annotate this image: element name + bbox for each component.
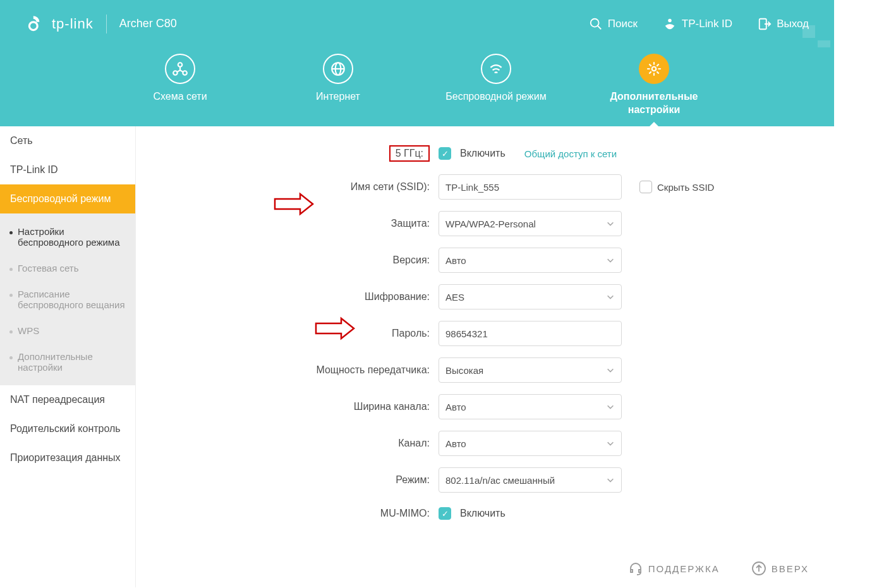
support-label: ПОДДЕРЖКА: [648, 563, 720, 574]
share-network-link[interactable]: Общий доступ к сети: [524, 148, 617, 159]
tab-network-map[interactable]: Схема сети: [126, 47, 234, 104]
mumimo-text: Включить: [460, 508, 506, 519]
sidebar-sub-wps[interactable]: WPS: [0, 318, 135, 344]
globe-icon: [330, 61, 346, 77]
search-button[interactable]: Поиск: [589, 17, 638, 31]
tplink-id-label: TP-Link ID: [682, 18, 732, 30]
chevron-down-icon: [606, 366, 615, 375]
svg-point-3: [668, 18, 672, 22]
annotation-arrow-ssid: [272, 191, 316, 219]
svg-point-0: [29, 21, 37, 30]
mode-label: Режим:: [227, 474, 430, 486]
svg-line-2: [597, 25, 601, 29]
encryption-label: Шифрование:: [227, 291, 430, 303]
mumimo-label: MU-MIMO:: [227, 508, 430, 519]
tab-label: Дополнительные настройки: [600, 90, 708, 117]
chevron-down-icon: [606, 402, 615, 411]
top-button[interactable]: ВВЕРХ: [751, 561, 809, 576]
txpower-select[interactable]: Высокая: [439, 357, 622, 383]
tab-internet[interactable]: Интернет: [284, 47, 392, 104]
chevron-down-icon: [606, 476, 615, 484]
tplink-id-button[interactable]: TP-Link ID: [663, 17, 732, 31]
sidebar-item-wireless[interactable]: Беспроводной режим: [0, 184, 135, 213]
channel-value: Авто: [445, 438, 466, 449]
tab-wireless[interactable]: Беспроводной режим: [442, 47, 550, 104]
tplink-logo-icon: [25, 14, 45, 34]
sidebar-item-nat[interactable]: NAT переадресация: [0, 385, 135, 414]
search-label: Поиск: [608, 18, 638, 30]
sidebar-sub-guest[interactable]: Гостевая сеть: [0, 255, 135, 281]
support-button[interactable]: ПОДДЕРЖКА: [628, 561, 720, 576]
search-icon: [589, 17, 603, 31]
headset-icon: [628, 561, 643, 576]
hide-ssid-checkbox[interactable]: [639, 181, 652, 193]
version-label: Версия:: [227, 255, 430, 266]
security-value: WPA/WPA2-Personal: [445, 219, 536, 229]
footer: ПОДДЕРЖКА ВВЕРХ: [628, 561, 809, 576]
tab-label: Интернет: [316, 90, 360, 104]
txpower-value: Высокая: [445, 365, 483, 376]
sidebar-sub-schedule[interactable]: Расписание беспроводного вещания: [0, 281, 135, 318]
chevron-down-icon: [606, 256, 615, 265]
security-label: Защита:: [227, 218, 430, 229]
svg-point-11: [652, 67, 657, 71]
version-value: Авто: [445, 255, 466, 266]
password-input[interactable]: [439, 321, 622, 346]
user-icon: [663, 17, 677, 31]
hide-ssid-label: Скрыть SSID: [657, 182, 714, 193]
svg-point-1: [590, 18, 598, 27]
enable-label: Включить: [460, 148, 506, 159]
header: tp-link Archer C80 Поиск TP-Link ID Выхо…: [0, 0, 834, 47]
body: Сеть TP-Link ID Беспроводной режим Настр…: [0, 126, 834, 587]
svg-point-5: [178, 63, 183, 67]
channel-label: Канал:: [227, 438, 430, 449]
enable-checkbox[interactable]: ✓: [439, 147, 451, 160]
chevron-down-icon: [606, 219, 615, 228]
sidebar-item-tpid[interactable]: TP-Link ID: [0, 155, 135, 184]
sidebar-sub-advanced[interactable]: Дополнительные настройки: [0, 344, 135, 380]
sidebar-item-parental[interactable]: Родительский контроль: [0, 414, 135, 443]
mode-value: 802.11a/n/ac смешанный: [445, 475, 555, 486]
mumimo-checkbox[interactable]: ✓: [439, 507, 451, 520]
map-icon: [172, 61, 188, 77]
arrow-up-icon: [751, 561, 766, 576]
chevron-down-icon: [606, 439, 615, 448]
ssid-label: Имя сети (SSID):: [227, 181, 430, 193]
model-name: Archer C80: [119, 17, 177, 30]
ssid-input[interactable]: [439, 174, 622, 200]
version-select[interactable]: Авто: [439, 248, 622, 273]
sidebar-item-network[interactable]: Сеть: [0, 126, 135, 155]
content: 5 ГГц: ✓ Включить Общий доступ к сети Им…: [136, 126, 834, 587]
chwidth-select[interactable]: Авто: [439, 394, 622, 419]
txpower-label: Мощность передатчика:: [227, 364, 430, 376]
sidebar-sub-wireless-settings[interactable]: Настройки беспроводного режима: [0, 219, 135, 255]
channel-select[interactable]: Авто: [439, 431, 622, 456]
tab-advanced[interactable]: Дополнительные настройки: [600, 47, 708, 117]
brand-text: tp-link: [52, 16, 94, 32]
sidebar-item-qos[interactable]: Приоритезация данных: [0, 443, 135, 472]
wifi-icon: [488, 61, 504, 77]
sidebar: Сеть TP-Link ID Беспроводной режим Настр…: [0, 126, 136, 587]
encryption-value: AES: [445, 292, 464, 303]
tabbar: Схема сети Интернет Беспроводной режим Д…: [0, 47, 834, 126]
annotation-arrow-password: [313, 316, 357, 343]
logout-icon: [758, 17, 772, 31]
gear-icon: [646, 61, 662, 77]
band-label: 5 ГГц:: [389, 145, 430, 162]
chevron-down-icon: [606, 292, 615, 301]
sidebar-submenu: Настройки беспроводного режима Гостевая …: [0, 213, 135, 385]
tab-label: Схема сети: [153, 90, 207, 104]
mode-select[interactable]: 802.11a/n/ac смешанный: [439, 467, 622, 493]
chwidth-label: Ширина канала:: [227, 401, 430, 412]
logo: tp-link: [25, 14, 94, 34]
security-select[interactable]: WPA/WPA2-Personal: [439, 211, 622, 236]
encryption-select[interactable]: AES: [439, 284, 622, 309]
tab-label: Беспроводной режим: [445, 90, 546, 104]
header-divider: [106, 15, 107, 33]
top-label: ВВЕРХ: [772, 563, 809, 574]
chwidth-value: Авто: [445, 402, 466, 412]
